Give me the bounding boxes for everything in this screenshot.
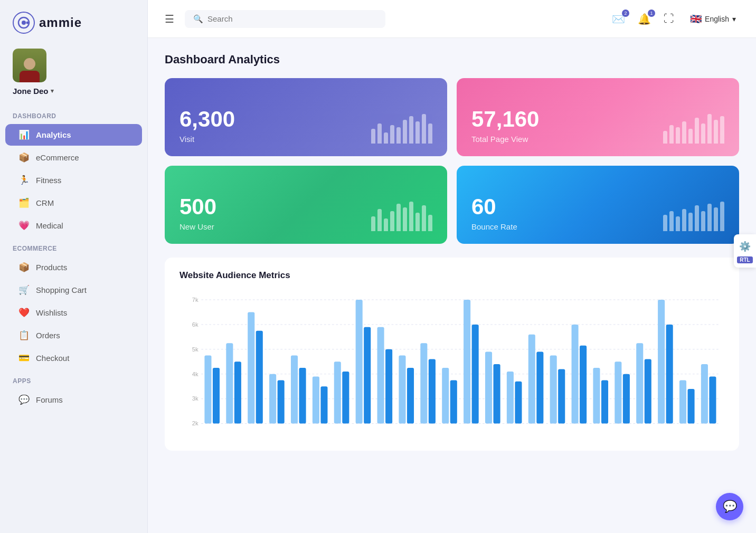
fullscreen-button[interactable]: ⛶ [662,11,676,27]
chart-bar-front [256,331,263,424]
mini-bar [701,123,705,144]
mini-bar [403,207,407,232]
chart-bar-front [234,361,241,423]
chart-bar-front [278,380,285,423]
language-selector[interactable]: 🇬🇧 English ▾ [685,10,741,28]
sidebar-item-medical[interactable]: 💗 Medical [5,215,142,236]
mini-bars [371,107,432,144]
chart-bar-front [558,369,565,423]
bell-badge: 1 [648,9,655,17]
chart-y-label: 7k [192,297,199,303]
mini-bar [415,121,420,144]
stat-number: 60 [471,195,517,219]
chat-fab-button[interactable]: 💬 [716,493,743,520]
topbar: ☰ 🔍 ✉️ 2 🔔 1 ⛶ 🇬🇧 English ▾ [148,0,756,38]
mini-bar [714,207,718,232]
mini-bar [403,120,407,144]
stat-number: 57,160 [471,107,539,131]
mini-bar [720,202,724,231]
chat-icon: 💬 [723,500,737,513]
mini-bar [701,211,705,232]
user-name[interactable]: Jone Deo ▾ [13,87,54,96]
mini-bars [371,194,432,231]
sidebar-item-orders[interactable]: 📋 Orders [5,325,142,346]
mini-bar [428,123,432,144]
settings-float-button[interactable]: ⚙️ [737,239,753,254]
chart-bar-back [701,364,708,424]
mini-bars [663,194,724,231]
flag-icon: 🇬🇧 [690,13,702,25]
chart-y-label: 2k [192,420,199,426]
chart-bar-front [299,368,306,424]
chart-y-label: 5k [192,346,199,353]
mini-bar [390,125,394,144]
chart-bar-back [572,325,579,424]
sidebar-item-checkout[interactable]: 💳 Checkout [5,347,142,369]
chart-bar-back [593,368,600,424]
chart-bar-front [515,382,522,424]
chart-bar-front [494,364,500,424]
stats-grid: 6,300 Visit 57,160 Total Page View 500 N… [165,78,739,244]
sidebar-item-analytics[interactable]: 📊 Analytics [5,124,142,146]
search-box: 🔍 [185,10,385,28]
hamburger-button[interactable]: ☰ [163,11,176,27]
sidebar-item-shopping-cart[interactable]: 🛒 Shopping Cart [5,279,142,301]
mail-button[interactable]: ✉️ 2 [610,11,627,27]
nav-icon-ecommerce: 📦 [18,152,30,163]
chart-bar-front [407,368,414,424]
sidebar-item-forums[interactable]: 💬 Forums [5,389,142,411]
nav-label-crm: CRM [36,198,54,207]
sidebar-item-fitness[interactable]: 🏃 Fitness [5,169,142,191]
search-input[interactable] [207,14,377,23]
floating-settings: ⚙️ RTL [734,234,756,268]
mini-bars [663,107,724,144]
mini-bar [682,209,686,231]
chart-bar-back [679,380,686,423]
chart-section: Website Audience Metrics 7k6k5k4k3k2k [165,258,739,451]
nav-icon-fitness: 🏃 [18,175,30,186]
section-label-dashboard: Dashboard [0,105,147,123]
nav-icon-analytics: 📊 [18,129,30,140]
chart-bar-back [528,335,535,424]
chart-bar-back [485,352,492,424]
user-profile: Jone Deo ▾ [0,43,147,105]
sidebar-item-crm[interactable]: 🗂️ CRM [5,192,142,214]
chart-bar-front [364,327,371,424]
chart-bar-back [507,372,514,424]
nav-icon-forums: 💬 [18,394,30,405]
mini-bar [695,205,699,231]
chart-bar-front [623,374,630,424]
sidebar: ammie Jone Deo ▾ Dashboard📊 Analytics📦 e… [0,0,148,533]
nav-icon-checkout: 💳 [18,353,30,364]
sidebar-item-wishlists[interactable]: ❤️ Wishlists [5,302,142,323]
stat-left: 6,300 Visit [179,107,235,144]
nav-label-checkout: Checkout [36,354,69,363]
nav-icon-products: 📦 [18,262,30,273]
main-area: ☰ 🔍 ✉️ 2 🔔 1 ⛶ 🇬🇧 English ▾ Dashboard An… [148,0,756,533]
stat-card-page-view: 57,160 Total Page View [457,78,739,156]
section-label-ecommerce: eCommerce [0,237,147,255]
mini-bar [720,116,724,144]
stat-card-visit: 6,300 Visit [165,78,447,156]
chart-bar-back [291,356,298,424]
bell-button[interactable]: 🔔 1 [636,11,653,27]
avatar [13,49,46,82]
chart-bar-front [580,346,587,424]
chart-bar-back [464,300,470,424]
chart-bar-back [420,343,427,423]
chart-y-label: 4k [192,371,199,377]
chart-bar-front [385,349,392,424]
chart-bar-back [399,356,405,424]
mini-bar [384,132,388,144]
chart-bar-front [666,325,673,424]
chart-bar-front [536,352,543,424]
nav-label-wishlists: Wishlists [36,308,67,317]
sidebar-item-ecommerce[interactable]: 📦 eCommerce [5,147,142,168]
mini-bar [688,213,693,231]
stat-label: Total Page View [471,135,539,144]
chart-bar-back [636,343,643,423]
chart-bar-front [709,376,716,423]
mini-bar [663,131,667,144]
chart-bar-front [429,359,436,424]
sidebar-item-products[interactable]: 📦 Products [5,256,142,278]
